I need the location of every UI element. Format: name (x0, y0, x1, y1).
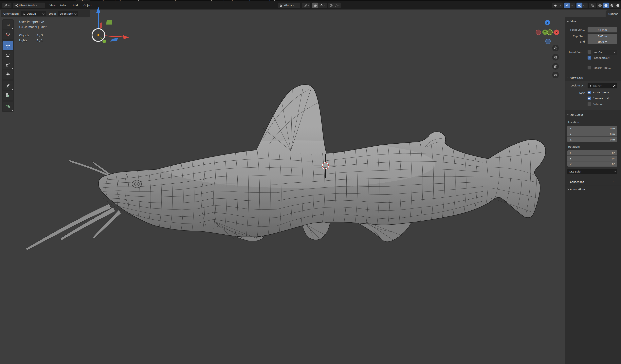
render-region-label: Render Regi... (593, 66, 611, 69)
cursor-location-z[interactable]: Z0 m (567, 137, 617, 142)
panel-drag-handle[interactable]: :::: (613, 20, 617, 22)
lock-to-object-placeholder: Object (593, 85, 602, 87)
passepartout-label: Passepartout (593, 56, 609, 59)
axis-navigation-gizmo[interactable]: Z Y X (534, 18, 562, 46)
cursor-rotation-label: Rotation: (568, 145, 580, 148)
panel-drag-handle[interactable]: :::: (613, 181, 617, 183)
move-gizmo[interactable] (92, 7, 129, 43)
chevron-right-icon (567, 189, 569, 191)
rotation-mode-value: XYZ Euler (569, 170, 581, 173)
clip-start-label: Clip Start (565, 35, 585, 38)
view-lock-section: Lock to O... Object Lock To 3D Cursor Ca… (565, 81, 621, 110)
camera-to-view-label: Camera to Vi... (593, 97, 612, 100)
camera-to-view-checkbox[interactable] (587, 97, 591, 100)
camera-view-button[interactable] (552, 63, 559, 70)
axis-y-label: Y (544, 31, 546, 34)
clip-end-field[interactable]: 1000 m (587, 39, 617, 44)
lock-rotation-label: Rotation (593, 103, 604, 106)
gizmo-plane-xy (106, 20, 112, 25)
eyedropper-icon[interactable] (613, 85, 616, 87)
panel-header-view-lock[interactable]: View Lock (567, 76, 583, 79)
ortho-grid-icon (553, 73, 557, 77)
panel-header-3d-cursor[interactable]: 3D Cursor (567, 113, 583, 116)
lock-rotation-checkbox[interactable] (587, 102, 591, 106)
local-camera-checkbox[interactable] (587, 50, 591, 54)
panel-title: View (570, 20, 576, 23)
panel-header-view[interactable]: View (567, 20, 576, 23)
lock-to-3d-cursor-checkbox[interactable] (587, 91, 591, 94)
zoom-button[interactable] (552, 45, 559, 52)
axis-neg-z-ball (546, 39, 551, 44)
cursor-rotation-z[interactable]: Z0° (567, 161, 617, 167)
cursor-rotation-y[interactable]: Y0° (567, 156, 617, 161)
viewport-3d-scene[interactable] (0, 0, 621, 364)
passepartout-checkbox[interactable] (587, 56, 591, 60)
pan-button[interactable] (552, 54, 559, 61)
sidebar-n-panel: View :::: Focal Len... 50 mm Clip Start … (565, 17, 621, 364)
focal-length-label: Focal Len... (565, 28, 585, 31)
lock-to-3d-cursor-label: To 3D Cursor (593, 91, 609, 94)
chevron-down-icon (567, 20, 569, 22)
axis-neg-y-ball (547, 30, 552, 35)
panel-title: Collections (570, 180, 584, 183)
axis-x-label: X (555, 31, 557, 34)
panel-title: View Lock (570, 76, 583, 79)
axis-neg-x-ball (536, 30, 541, 35)
clip-start-field[interactable]: 0.01 m (587, 34, 617, 39)
panel-drag-handle[interactable]: :::: (613, 114, 617, 116)
camera-data-icon (594, 51, 597, 53)
local-camera-value: Ca... (598, 51, 604, 54)
catfish-eye (132, 180, 142, 188)
panel-drag-handle[interactable]: :::: (613, 188, 617, 190)
panel-header-collections[interactable]: Collections (567, 180, 584, 183)
chevron-right-icon (567, 181, 569, 183)
gizmo-plane-yz (100, 22, 102, 29)
chevron-down-icon (567, 77, 569, 79)
lock-to-object-label: Lock to O... (565, 84, 585, 87)
axis-z-label: Z (546, 21, 548, 24)
render-region-checkbox[interactable] (587, 66, 591, 69)
panel-title: Annotations (570, 188, 585, 191)
lock-to-object-field[interactable]: Object (587, 83, 617, 88)
cursor-rotation-x[interactable]: X0° (567, 150, 617, 156)
hand-icon (553, 55, 557, 59)
chevron-down-icon (567, 113, 569, 115)
object-icon (589, 85, 592, 87)
lock-label: Lock (565, 91, 585, 94)
focal-length-field[interactable]: 50 mm (587, 27, 617, 33)
close-icon[interactable]: ✕ (613, 51, 616, 54)
cursor-location-y[interactable]: Y0 m (567, 131, 617, 137)
local-camera-label: Local Cam... (565, 51, 585, 54)
local-camera-field[interactable]: Ca... ✕ (593, 50, 617, 55)
perspective-toggle-button[interactable] (552, 72, 559, 78)
catfish-barbels (25, 160, 121, 250)
clip-end-label: End (565, 40, 585, 43)
cursor-location-x[interactable]: X0 m (567, 126, 617, 131)
zoom-icon (553, 46, 557, 50)
rotation-mode-dropdown[interactable]: XYZ Euler (567, 169, 617, 174)
panel-header-annotations[interactable]: Annotations (567, 188, 585, 191)
cursor-location-label: Location: (568, 121, 580, 124)
camera-icon (553, 64, 558, 68)
panel-title: 3D Cursor (570, 113, 583, 116)
gizmo-plane-xz (110, 38, 118, 42)
